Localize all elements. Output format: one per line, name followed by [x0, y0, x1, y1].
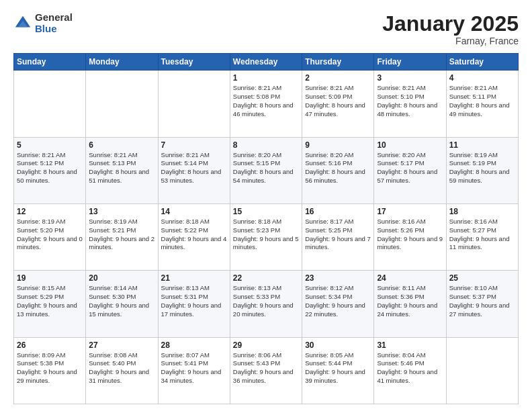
header-monday: Monday: [86, 54, 158, 71]
day-info: Sunrise: 8:21 AM Sunset: 5:12 PM Dayligh…: [17, 151, 83, 185]
day-info: Sunrise: 8:18 AM Sunset: 5:22 PM Dayligh…: [161, 218, 227, 252]
calendar-cell: 17Sunrise: 8:16 AM Sunset: 5:26 PM Dayli…: [374, 203, 446, 270]
calendar-cell: 23Sunrise: 8:12 AM Sunset: 5:34 PM Dayli…: [302, 271, 374, 337]
calendar-header-row: Sunday Monday Tuesday Wednesday Thursday…: [14, 54, 519, 71]
day-info: Sunrise: 8:16 AM Sunset: 5:26 PM Dayligh…: [377, 218, 443, 252]
calendar-week-3: 12Sunrise: 8:19 AM Sunset: 5:20 PM Dayli…: [14, 203, 519, 270]
day-number: 23: [305, 273, 371, 283]
day-info: Sunrise: 8:19 AM Sunset: 5:21 PM Dayligh…: [89, 218, 154, 252]
day-info: Sunrise: 8:20 AM Sunset: 5:15 PM Dayligh…: [233, 151, 299, 185]
calendar-cell: 27Sunrise: 8:08 AM Sunset: 5:40 PM Dayli…: [86, 337, 158, 404]
day-number: 24: [377, 273, 443, 283]
calendar-cell: 22Sunrise: 8:13 AM Sunset: 5:33 PM Dayli…: [230, 271, 302, 337]
calendar-week-1: 1Sunrise: 8:21 AM Sunset: 5:08 PM Daylig…: [14, 71, 519, 137]
day-info: Sunrise: 8:04 AM Sunset: 5:46 PM Dayligh…: [377, 351, 443, 385]
title-block: January 2025 Farnay, France: [382, 12, 519, 46]
day-number: 5: [17, 140, 83, 150]
calendar-cell: 26Sunrise: 8:09 AM Sunset: 5:38 PM Dayli…: [14, 337, 86, 404]
day-info: Sunrise: 8:20 AM Sunset: 5:16 PM Dayligh…: [305, 151, 371, 185]
day-number: 27: [89, 340, 154, 350]
day-info: Sunrise: 8:13 AM Sunset: 5:33 PM Dayligh…: [233, 284, 299, 318]
calendar-cell: 29Sunrise: 8:06 AM Sunset: 5:43 PM Dayli…: [230, 337, 302, 404]
day-number: 9: [305, 140, 371, 150]
day-number: 31: [377, 340, 443, 350]
day-info: Sunrise: 8:12 AM Sunset: 5:34 PM Dayligh…: [305, 284, 371, 318]
day-number: 7: [161, 140, 227, 150]
calendar-week-5: 26Sunrise: 8:09 AM Sunset: 5:38 PM Dayli…: [14, 337, 519, 404]
calendar-cell: 13Sunrise: 8:19 AM Sunset: 5:21 PM Dayli…: [86, 203, 158, 270]
day-number: 20: [89, 273, 154, 283]
month-title: January 2025: [382, 12, 519, 36]
calendar-cell: 10Sunrise: 8:20 AM Sunset: 5:17 PM Dayli…: [374, 137, 446, 203]
day-number: 17: [377, 207, 443, 216]
calendar-cell: 3Sunrise: 8:21 AM Sunset: 5:10 PM Daylig…: [374, 71, 446, 137]
calendar-cell: 6Sunrise: 8:21 AM Sunset: 5:13 PM Daylig…: [86, 137, 158, 203]
day-number: 16: [305, 207, 371, 216]
calendar-cell: 21Sunrise: 8:13 AM Sunset: 5:31 PM Dayli…: [158, 271, 230, 337]
day-number: 25: [449, 273, 515, 283]
calendar-cell: 31Sunrise: 8:04 AM Sunset: 5:46 PM Dayli…: [374, 337, 446, 404]
calendar-week-4: 19Sunrise: 8:15 AM Sunset: 5:29 PM Dayli…: [14, 271, 519, 337]
header-friday: Friday: [374, 54, 446, 71]
calendar-cell: 15Sunrise: 8:18 AM Sunset: 5:23 PM Dayli…: [230, 203, 302, 270]
day-number: 6: [89, 140, 154, 150]
day-info: Sunrise: 8:06 AM Sunset: 5:43 PM Dayligh…: [233, 351, 299, 385]
day-number: 14: [161, 207, 227, 216]
logo-general: General: [35, 12, 73, 24]
calendar-cell: 16Sunrise: 8:17 AM Sunset: 5:25 PM Dayli…: [302, 203, 374, 270]
calendar-cell: [446, 337, 518, 404]
day-info: Sunrise: 8:21 AM Sunset: 5:11 PM Dayligh…: [449, 84, 515, 118]
logo: General Blue: [13, 12, 73, 34]
day-number: 28: [161, 340, 227, 350]
day-number: 10: [377, 140, 443, 150]
calendar-cell: [86, 71, 158, 137]
calendar-cell: 19Sunrise: 8:15 AM Sunset: 5:29 PM Dayli…: [14, 271, 86, 337]
day-info: Sunrise: 8:10 AM Sunset: 5:37 PM Dayligh…: [449, 284, 515, 318]
day-info: Sunrise: 8:08 AM Sunset: 5:40 PM Dayligh…: [89, 351, 154, 385]
day-info: Sunrise: 8:19 AM Sunset: 5:19 PM Dayligh…: [449, 151, 515, 185]
day-info: Sunrise: 8:05 AM Sunset: 5:44 PM Dayligh…: [305, 351, 371, 385]
calendar-cell: 24Sunrise: 8:11 AM Sunset: 5:36 PM Dayli…: [374, 271, 446, 337]
day-number: 11: [449, 140, 515, 150]
calendar-cell: 4Sunrise: 8:21 AM Sunset: 5:11 PM Daylig…: [446, 71, 518, 137]
day-info: Sunrise: 8:21 AM Sunset: 5:08 PM Dayligh…: [233, 84, 299, 118]
day-info: Sunrise: 8:21 AM Sunset: 5:14 PM Dayligh…: [161, 151, 227, 185]
calendar-table: Sunday Monday Tuesday Wednesday Thursday…: [13, 53, 519, 404]
day-number: 8: [233, 140, 299, 150]
page: General Blue January 2025 Farnay, France…: [0, 0, 532, 411]
logo-icon: [13, 14, 32, 33]
day-number: 4: [449, 73, 515, 83]
header-tuesday: Tuesday: [158, 54, 230, 71]
calendar-cell: 20Sunrise: 8:14 AM Sunset: 5:30 PM Dayli…: [86, 271, 158, 337]
calendar-cell: [158, 71, 230, 137]
day-info: Sunrise: 8:21 AM Sunset: 5:10 PM Dayligh…: [377, 84, 443, 118]
day-number: 19: [17, 273, 83, 283]
day-number: 22: [233, 273, 299, 283]
calendar-cell: 28Sunrise: 8:07 AM Sunset: 5:41 PM Dayli…: [158, 337, 230, 404]
calendar-cell: 12Sunrise: 8:19 AM Sunset: 5:20 PM Dayli…: [14, 203, 86, 270]
header-thursday: Thursday: [302, 54, 374, 71]
calendar-cell: 18Sunrise: 8:16 AM Sunset: 5:27 PM Dayli…: [446, 203, 518, 270]
header-sunday: Sunday: [14, 54, 86, 71]
day-number: 13: [89, 207, 154, 216]
calendar-cell: 30Sunrise: 8:05 AM Sunset: 5:44 PM Dayli…: [302, 337, 374, 404]
day-info: Sunrise: 8:15 AM Sunset: 5:29 PM Dayligh…: [17, 284, 83, 318]
day-info: Sunrise: 8:17 AM Sunset: 5:25 PM Dayligh…: [305, 218, 371, 252]
day-info: Sunrise: 8:16 AM Sunset: 5:27 PM Dayligh…: [449, 218, 515, 252]
day-number: 2: [305, 73, 371, 83]
location: Farnay, France: [382, 36, 519, 46]
day-info: Sunrise: 8:13 AM Sunset: 5:31 PM Dayligh…: [161, 284, 227, 318]
day-info: Sunrise: 8:19 AM Sunset: 5:20 PM Dayligh…: [17, 218, 83, 252]
calendar-cell: 25Sunrise: 8:10 AM Sunset: 5:37 PM Dayli…: [446, 271, 518, 337]
day-number: 3: [377, 73, 443, 83]
day-number: 15: [233, 207, 299, 216]
day-info: Sunrise: 8:09 AM Sunset: 5:38 PM Dayligh…: [17, 351, 83, 385]
calendar-cell: 7Sunrise: 8:21 AM Sunset: 5:14 PM Daylig…: [158, 137, 230, 203]
day-number: 18: [449, 207, 515, 216]
day-number: 29: [233, 340, 299, 350]
logo-blue: Blue: [35, 24, 73, 35]
day-number: 1: [233, 73, 299, 83]
calendar-cell: 1Sunrise: 8:21 AM Sunset: 5:08 PM Daylig…: [230, 71, 302, 137]
day-number: 12: [17, 207, 83, 216]
day-number: 30: [305, 340, 371, 350]
